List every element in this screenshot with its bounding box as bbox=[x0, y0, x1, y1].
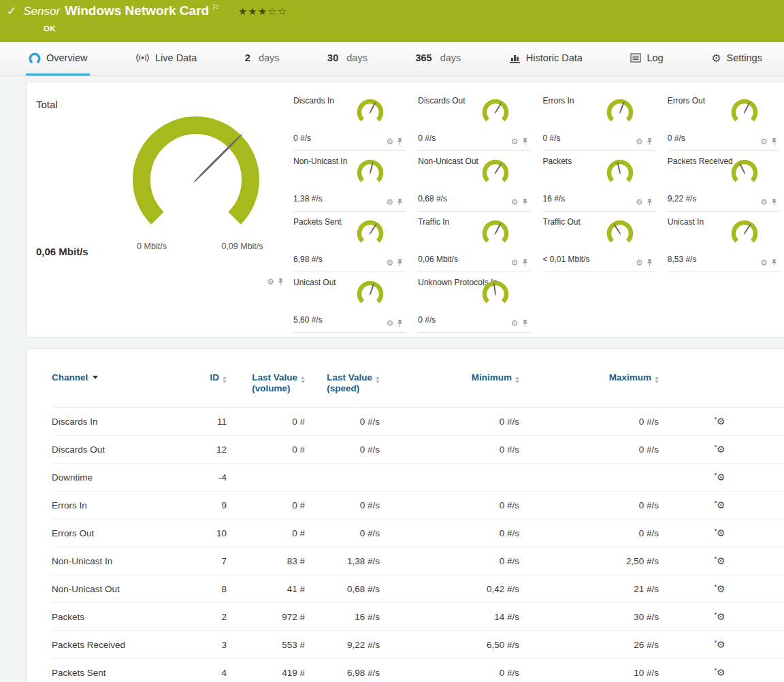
settings-icon: ⚙ bbox=[711, 52, 721, 65]
channel-gauge: Traffic In 0,06 Mbit/s ⚙ bbox=[418, 212, 530, 272]
maximum-cell: 30 #/s bbox=[519, 603, 659, 631]
channel-name-cell[interactable]: Non-Unicast Out bbox=[52, 575, 174, 603]
star-icon[interactable]: ★ bbox=[248, 5, 257, 17]
pin-icon[interactable] bbox=[278, 278, 284, 286]
tab-30-days[interactable]: 30 days bbox=[325, 42, 370, 76]
channel-gauge: Packets Sent 6,98 #/s ⚙ bbox=[293, 212, 406, 272]
actions-cell: ⚙ bbox=[659, 659, 784, 682]
column-header-minimum[interactable]: Minimum bbox=[380, 372, 519, 408]
channel-name-cell[interactable]: Non-Unicast In bbox=[52, 547, 174, 575]
channel-settings-gear-icon[interactable]: ⚙ bbox=[717, 528, 725, 538]
star-icon[interactable]: ★ bbox=[258, 5, 267, 17]
gear-icon[interactable]: ⚙ bbox=[511, 319, 519, 327]
star-icon[interactable]: ☆ bbox=[267, 5, 277, 17]
tab-live-data[interactable]: Live Data bbox=[133, 42, 199, 76]
channel-name-cell[interactable]: Errors In bbox=[52, 491, 174, 519]
pin-icon[interactable] bbox=[397, 198, 403, 206]
pin-icon[interactable] bbox=[647, 259, 653, 267]
channel-settings-gear-icon[interactable]: ⚙ bbox=[717, 556, 725, 566]
gauge-label: Unknown Protocols In bbox=[418, 272, 530, 287]
gauge-label: Discards In bbox=[293, 91, 406, 105]
channel-settings-gear-icon[interactable]: ⚙ bbox=[717, 668, 725, 677]
column-header-channel[interactable]: Channel bbox=[52, 372, 174, 408]
channel-settings-gear-icon[interactable]: ⚙ bbox=[717, 584, 725, 594]
channel-id-cell: 9 bbox=[174, 491, 227, 519]
flag-icon[interactable]: ⚐ bbox=[212, 3, 219, 12]
gauge-label: Unicast In bbox=[668, 212, 780, 227]
gauge-label: Discards Out bbox=[418, 91, 530, 105]
tab-log[interactable]: Log bbox=[627, 42, 666, 76]
pin-icon[interactable] bbox=[647, 198, 653, 206]
overview-gauge-icon bbox=[29, 52, 41, 64]
pin-icon[interactable] bbox=[522, 137, 528, 146]
channel-settings-gear-icon[interactable]: ⚙ bbox=[717, 417, 725, 426]
pin-icon[interactable] bbox=[771, 198, 777, 206]
channel-settings-gear-icon[interactable]: ⚙ bbox=[717, 472, 725, 482]
pin-icon[interactable] bbox=[647, 137, 653, 146]
gauge bbox=[479, 157, 512, 187]
gauge-value: 0 #/s bbox=[418, 133, 436, 143]
star-icon[interactable]: ☆ bbox=[278, 5, 287, 17]
gear-icon[interactable]: ⚙ bbox=[267, 278, 274, 286]
gear-icon[interactable]: ⚙ bbox=[511, 137, 519, 146]
channel-settings-gear-icon[interactable]: ⚙ bbox=[717, 640, 725, 649]
last-value-volume-cell: 0 # bbox=[227, 436, 305, 464]
channel-name-cell[interactable]: Packets Sent bbox=[52, 659, 174, 682]
pin-icon[interactable] bbox=[522, 198, 528, 206]
channel-name-cell[interactable]: Downtime bbox=[52, 464, 174, 491]
channel-name-cell[interactable]: Discards Out bbox=[52, 436, 174, 464]
tab-365-days[interactable]: 365 days bbox=[412, 42, 463, 76]
channel-settings-gear-icon[interactable]: ⚙ bbox=[717, 444, 725, 454]
star-icon[interactable]: ★ bbox=[238, 5, 248, 17]
historic-data-icon bbox=[509, 53, 521, 63]
gauge-label: Non-Unicast In bbox=[293, 151, 406, 166]
channel-gauge: Non-Unicast Out 0,68 #/s ⚙ bbox=[418, 151, 530, 212]
tab-overview[interactable]: Overview bbox=[26, 42, 90, 76]
gear-icon[interactable]: ⚙ bbox=[511, 259, 519, 267]
gear-icon[interactable]: ⚙ bbox=[386, 259, 393, 267]
column-header-last-value-volume[interactable]: Last Value (volume) bbox=[227, 372, 305, 408]
channel-name-cell[interactable]: Packets Received bbox=[52, 631, 174, 659]
channel-name-cell[interactable]: Packets bbox=[52, 603, 174, 631]
pin-icon[interactable] bbox=[771, 137, 777, 146]
channel-settings-gear-icon[interactable]: ⚙ bbox=[717, 612, 725, 621]
pin-icon[interactable] bbox=[397, 259, 403, 267]
gear-icon[interactable]: ⚙ bbox=[636, 137, 643, 146]
sort-icon bbox=[655, 376, 659, 383]
column-header-id[interactable]: ID bbox=[174, 372, 227, 408]
gauge bbox=[354, 218, 387, 248]
maximum-cell: 2,50 #/s bbox=[519, 547, 659, 575]
channel-settings-gear-icon[interactable]: ⚙ bbox=[717, 500, 725, 510]
gear-icon[interactable]: ⚙ bbox=[760, 198, 768, 206]
tab-historic-data[interactable]: Historic Data bbox=[506, 42, 585, 76]
pin-icon[interactable] bbox=[397, 137, 403, 146]
pin-icon[interactable] bbox=[771, 259, 777, 267]
gear-icon[interactable]: ⚙ bbox=[636, 198, 643, 206]
channel-id-cell: -4 bbox=[174, 464, 227, 491]
gear-icon[interactable]: ⚙ bbox=[636, 259, 643, 267]
gear-icon[interactable]: ⚙ bbox=[386, 198, 393, 206]
channel-name-cell[interactable]: Errors Out bbox=[52, 519, 174, 547]
gear-icon[interactable]: ⚙ bbox=[760, 259, 768, 267]
channel-gauge: Unknown Protocols In 0 #/s ⚙ bbox=[418, 272, 530, 333]
gauge-label: Packets bbox=[543, 151, 655, 166]
gear-icon[interactable]: ⚙ bbox=[386, 137, 393, 146]
column-header-label: ID bbox=[210, 372, 220, 383]
minimum-cell: 0 #/s bbox=[380, 547, 519, 575]
channel-id-cell: 11 bbox=[174, 408, 227, 436]
pin-icon[interactable] bbox=[397, 319, 403, 327]
channel-name-cell[interactable]: Discards In bbox=[52, 408, 174, 436]
column-header-maximum[interactable]: Maximum bbox=[519, 372, 659, 408]
pin-icon[interactable] bbox=[522, 319, 528, 327]
table-row: Discards Out 12 0 # 0 #/s 0 #/s 0 #/s ⚙ bbox=[52, 436, 784, 464]
tab-settings[interactable]: ⚙ Settings bbox=[708, 42, 765, 76]
gear-icon[interactable]: ⚙ bbox=[511, 198, 519, 206]
last-value-volume-cell: 83 # bbox=[227, 547, 305, 575]
star-rating[interactable]: ★★★☆☆ bbox=[238, 5, 287, 18]
column-header-last-value-speed[interactable]: Last Value (speed) bbox=[305, 372, 380, 408]
maximum-cell: 0 #/s bbox=[519, 436, 659, 464]
pin-icon[interactable] bbox=[522, 259, 528, 267]
gear-icon[interactable]: ⚙ bbox=[760, 137, 768, 146]
tab-2-days[interactable]: 2 days bbox=[242, 42, 282, 76]
gear-icon[interactable]: ⚙ bbox=[386, 319, 393, 327]
